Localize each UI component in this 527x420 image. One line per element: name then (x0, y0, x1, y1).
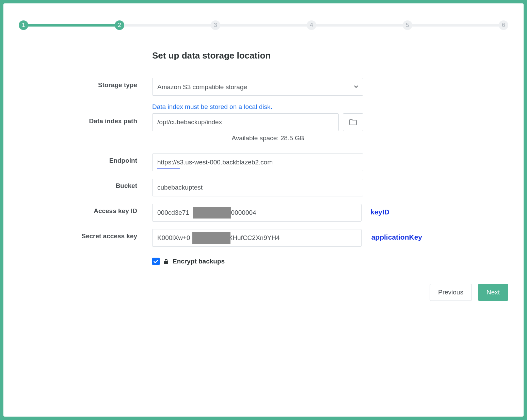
folder-icon (349, 119, 357, 125)
spellcheck-underline (157, 168, 180, 169)
bucket-label: Bucket (19, 179, 152, 190)
step-5: 5 (403, 20, 412, 30)
setup-wizard-page: 1 2 3 4 5 6 Set up data storage location… (3, 3, 524, 417)
access-key-suffix: 00000004 (227, 209, 256, 216)
secret-key-suffix: XHufCC2Xn9YH4 (228, 234, 280, 242)
next-button[interactable]: Next (478, 284, 508, 301)
lock-icon (164, 259, 169, 264)
wizard-stepper: 1 2 3 4 5 6 (19, 20, 508, 30)
check-icon (154, 260, 158, 263)
step-2[interactable]: 2 (115, 20, 124, 30)
step-1[interactable]: 1 (19, 20, 28, 30)
data-index-path-label: Data index path (19, 103, 152, 125)
encrypt-backups-checkbox[interactable] (152, 258, 160, 265)
access-key-id-label: Access key ID (19, 204, 152, 215)
secret-access-key-label: Secret access key (19, 229, 152, 240)
data-index-path-input[interactable] (152, 113, 339, 131)
bucket-input[interactable] (152, 179, 363, 196)
keyid-annotation: keyID (370, 208, 389, 216)
step-6: 6 (499, 20, 508, 30)
browse-folder-button[interactable] (343, 113, 363, 131)
available-space-text: Available space: 28.5 GB (152, 134, 384, 142)
data-index-hint: Data index must be stored on a local dis… (152, 103, 384, 111)
secret-access-key-input[interactable]: K000lXw+0 XHufCC2Xn9YH4 (152, 229, 362, 247)
endpoint-label: Endpoint (19, 154, 152, 164)
access-key-id-input[interactable]: 000cd3e71 00000004 (152, 204, 362, 222)
wizard-actions: Previous Next (19, 284, 508, 301)
previous-button[interactable]: Previous (430, 284, 472, 301)
storage-type-select[interactable]: Amazon S3 compatible storage (152, 78, 363, 96)
secret-key-prefix: K000lXw+0 (157, 234, 190, 242)
step-4: 4 (307, 20, 316, 30)
step-3: 3 (211, 20, 220, 30)
storage-type-label: Storage type (19, 78, 152, 89)
applicationkey-annotation: applicationKey (371, 233, 422, 241)
endpoint-input[interactable] (152, 154, 363, 171)
redaction-block (192, 232, 230, 244)
redaction-block (193, 207, 231, 219)
encrypt-backups-label: Encrypt backups (173, 258, 225, 265)
page-title: Set up data storage location (152, 50, 271, 61)
access-key-prefix: 000cd3e71 (157, 209, 189, 216)
storage-form: Storage type Amazon S3 compatible storag… (19, 78, 508, 265)
